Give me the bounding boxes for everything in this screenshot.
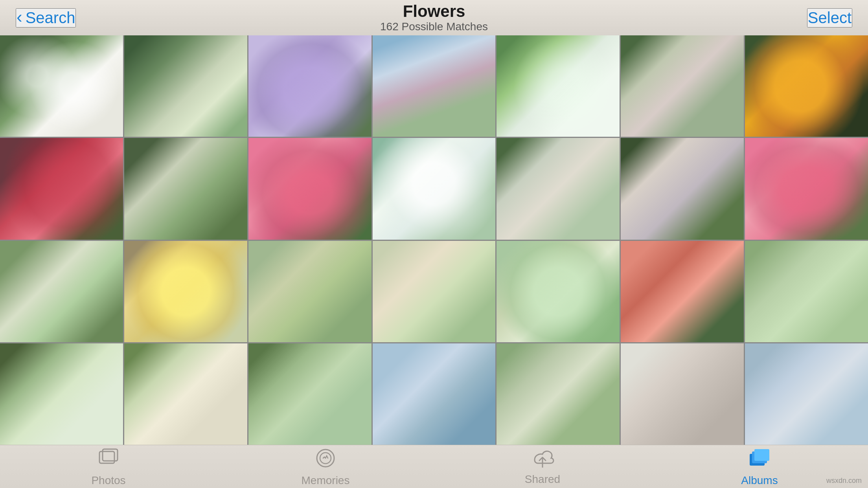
photo-cell[interactable]	[0, 343, 123, 445]
photo-cell[interactable]	[497, 138, 620, 239]
memories-icon	[315, 448, 336, 472]
photo-cell[interactable]	[621, 138, 744, 239]
tab-shared-label: Shared	[525, 474, 560, 485]
photo-cell[interactable]	[124, 35, 247, 137]
photo-cell[interactable]	[248, 138, 371, 239]
back-button[interactable]: ‹ Search	[16, 8, 76, 28]
photo-cell[interactable]	[621, 241, 744, 342]
photo-grid	[0, 35, 868, 445]
photo-cell[interactable]	[745, 343, 868, 445]
photo-cell[interactable]	[0, 35, 123, 137]
photo-cell[interactable]	[124, 343, 247, 445]
tab-bar: Photos Memories Shared	[0, 445, 868, 488]
photo-cell[interactable]	[621, 343, 744, 445]
albums-icon	[749, 448, 770, 472]
tab-memories[interactable]: Memories	[217, 448, 434, 486]
photo-cell[interactable]	[497, 35, 620, 137]
photo-cell[interactable]	[745, 35, 868, 137]
tab-photos[interactable]: Photos	[0, 448, 217, 486]
photo-cell[interactable]	[621, 35, 744, 137]
page-title: Flowers	[380, 2, 488, 20]
header: ‹ Search Flowers 162 Possible Matches Se…	[0, 0, 868, 35]
svg-rect-7	[754, 449, 769, 461]
photo-cell[interactable]	[0, 138, 123, 239]
tab-albums-label: Albums	[741, 475, 778, 486]
tab-photos-label: Photos	[91, 475, 125, 486]
chevron-left-icon: ‹	[17, 8, 22, 26]
photo-cell[interactable]	[745, 138, 868, 239]
tab-shared[interactable]: Shared	[434, 449, 651, 485]
photo-cell[interactable]	[248, 35, 371, 137]
photo-cell[interactable]	[373, 241, 496, 342]
watermark: wsxdn.com	[826, 477, 862, 485]
select-button[interactable]: Select	[807, 8, 852, 28]
photo-cell[interactable]	[124, 138, 247, 239]
tab-memories-label: Memories	[302, 475, 350, 486]
photo-cell[interactable]	[248, 241, 371, 342]
header-center: Flowers 162 Possible Matches	[380, 2, 488, 33]
photo-cell[interactable]	[124, 241, 247, 342]
photo-cell[interactable]	[497, 343, 620, 445]
photo-cell[interactable]	[745, 241, 868, 342]
photo-cell[interactable]	[0, 241, 123, 342]
photo-cell[interactable]	[373, 35, 496, 137]
shared-icon	[531, 449, 554, 471]
photo-cell[interactable]	[497, 241, 620, 342]
photo-cell[interactable]	[248, 343, 371, 445]
photo-cell[interactable]	[373, 138, 496, 239]
photos-icon	[98, 448, 119, 472]
photo-cell[interactable]	[373, 343, 496, 445]
page-subtitle: 162 Possible Matches	[380, 20, 488, 33]
back-label: Search	[26, 9, 75, 27]
